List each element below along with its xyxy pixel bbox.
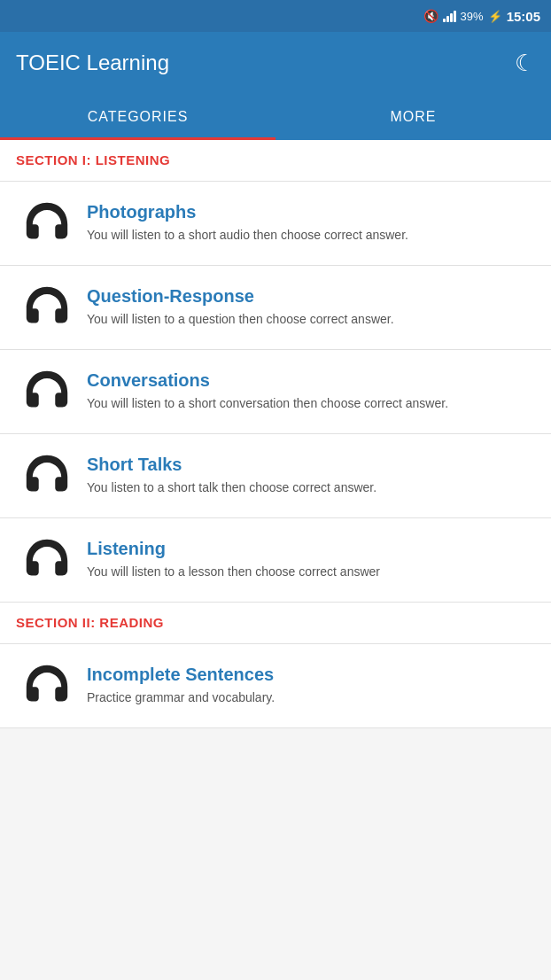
conversations-title: Conversations xyxy=(87,370,535,391)
conversations-text: Conversations You will listen to a short… xyxy=(78,370,535,413)
status-time: 15:05 xyxy=(507,9,540,24)
status-bar: 🔇 39% ⚡ 15:05 xyxy=(0,0,551,32)
mute-icon: 🔇 xyxy=(423,9,438,23)
tab-categories-label: CATEGORIES xyxy=(88,109,189,125)
app-header: TOEIC Learning ☾ xyxy=(0,32,551,94)
list-item[interactable]: Conversations You will listen to a short… xyxy=(0,350,551,434)
incomplete-sentences-text: Incomplete Sentences Practice grammar an… xyxy=(78,665,535,707)
short-talks-desc: You listen to a short talk then choose c… xyxy=(87,479,535,497)
listening-title: Listening xyxy=(87,539,535,559)
incomplete-sentences-title: Incomplete Sentences xyxy=(87,665,535,685)
headphones-icon xyxy=(16,366,78,417)
app-title: TOEIC Learning xyxy=(16,51,169,75)
tab-more[interactable]: MORE xyxy=(276,94,551,140)
question-response-text: Question-Response You will listen to a q… xyxy=(78,286,535,329)
conversations-desc: You will listen to a short conversation … xyxy=(87,395,535,413)
photographs-text: Photographs You will listen to a short a… xyxy=(78,202,535,245)
headphones-icon xyxy=(16,660,78,712)
listening-text: Listening You will listen to a lesson th… xyxy=(78,539,535,581)
tab-bar: CATEGORIES MORE xyxy=(0,94,551,140)
photographs-desc: You will listen to a short audio then ch… xyxy=(87,227,535,245)
status-icons: 🔇 39% ⚡ 15:05 xyxy=(423,9,540,24)
tab-more-label: MORE xyxy=(391,109,437,125)
question-response-title: Question-Response xyxy=(87,286,535,307)
question-response-desc: You will listen to a question then choos… xyxy=(87,311,535,329)
photographs-title: Photographs xyxy=(87,202,535,222)
battery-icon: ⚡ xyxy=(488,10,502,23)
headphones-icon xyxy=(16,450,78,502)
list-item[interactable]: Listening You will listen to a lesson th… xyxy=(0,518,551,603)
section-reading-title: SECTION II: READING xyxy=(16,615,164,630)
list-item[interactable]: Question-Response You will listen to a q… xyxy=(0,266,551,350)
headphones-icon xyxy=(16,198,78,249)
section-header-reading: SECTION II: READING xyxy=(0,603,551,644)
headphones-icon xyxy=(16,282,78,333)
signal-icon xyxy=(443,10,456,22)
list-item[interactable]: Photographs You will listen to a short a… xyxy=(0,182,551,266)
tab-categories[interactable]: CATEGORIES xyxy=(0,94,276,140)
night-mode-icon[interactable]: ☾ xyxy=(515,50,535,77)
battery-text: 39% xyxy=(461,10,484,23)
headphones-icon xyxy=(16,534,78,586)
incomplete-sentences-desc: Practice grammar and vocabulary. xyxy=(87,689,535,707)
section-listening-title: SECTION I: LISTENING xyxy=(16,152,170,167)
section-header-listening: SECTION I: LISTENING xyxy=(0,140,551,182)
list-item[interactable]: Incomplete Sentences Practice grammar an… xyxy=(0,644,551,728)
short-talks-text: Short Talks You listen to a short talk t… xyxy=(78,455,535,497)
list-item[interactable]: Short Talks You listen to a short talk t… xyxy=(0,434,551,518)
short-talks-title: Short Talks xyxy=(87,455,535,475)
listening-desc: You will listen to a lesson then choose … xyxy=(87,564,535,581)
